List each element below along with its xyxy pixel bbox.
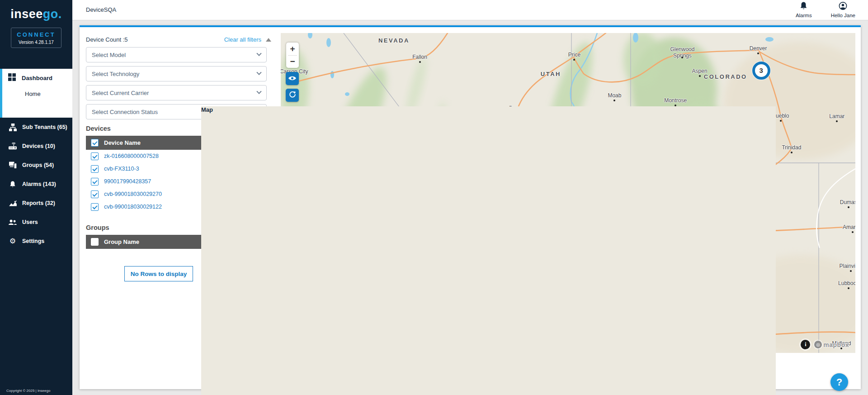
map-zoom-control: + − [286,43,299,68]
dashboard-nav-section: Dashboard Home Map [0,69,72,118]
bell-icon [799,2,808,12]
user-menu-button[interactable]: Hello Jane [831,2,855,18]
copyright-text: Copyright © 2025 | Inseego [6,389,50,393]
clear-all-filters-link[interactable]: Clear all filters [224,36,261,43]
inseego-logo: inseego. [0,7,72,21]
user-label: Hello Jane [831,13,855,18]
sidebar-item-label: Alarms (143) [22,181,56,187]
sidebar-nav: Sub Tenants (65)Devices (10)Groups (54)A… [0,118,72,251]
collapse-filters-icon[interactable] [266,38,271,42]
sidebar-item-label: Settings [22,238,44,244]
alarms-label: Alarms [796,13,812,18]
sidebar-item-alarms[interactable]: Alarms (143) [0,175,72,194]
select-current-carrier[interactable]: Select Current Carrier [86,85,267,100]
city-dot [757,52,759,54]
router-icon [8,143,18,150]
city-dot [791,152,793,153]
attribution-info-icon[interactable]: i [801,340,810,349]
city-dot [573,59,575,61]
city-label: Fallon [412,54,427,61]
sidebar-item-label: Reports (32) [22,200,55,206]
state-label: UTAH [541,70,561,77]
top-bar: DeviceSQA Alarms Hello Jane [72,0,868,20]
sidebar-item-home[interactable]: Home [25,90,41,97]
select-placeholder: Select Technology [92,71,139,77]
gear-icon: ⚙ [8,238,18,245]
sidebar-item-label: Groups (54) [22,162,54,168]
device-checkbox[interactable] [91,152,99,160]
sidebar-item-settings[interactable]: ⚙Settings [0,232,72,251]
device-name-link[interactable]: cvb-990018030029270 [104,191,162,197]
eye-icon [288,75,297,83]
sidebar-item-map[interactable]: Map [201,106,776,395]
device-checkbox[interactable] [91,178,99,186]
city-label: Denver [750,46,767,52]
alarms-button[interactable]: Alarms [796,2,812,18]
chevron-down-icon [256,70,261,75]
city-label: Aspen [692,68,708,75]
sidebar: inseego. CONNECT Version 4.28.1.17 Dashb… [0,0,72,395]
city-dot [836,120,838,122]
city-label: Trinidad [782,145,801,151]
select-model[interactable]: Select Model [86,47,267,62]
device-checkbox[interactable] [91,190,99,198]
connect-label: CONNECT [13,31,59,38]
city-label: Dumas [840,200,855,206]
sidebar-item-dashboard[interactable]: Dashboard [8,73,52,82]
select-placeholder: Select Current Carrier [92,90,149,96]
city-dot [613,100,615,101]
mapbox-logo[interactable]: ◎ mapbox [814,341,849,348]
sidebar-item-devices[interactable]: Devices (10) [0,137,72,156]
tenant-name: DeviceSQA [86,6,116,13]
card-accent-line [80,25,861,27]
city-dot [780,120,782,122]
user-avatar-icon [839,2,847,12]
zoom-in-button[interactable]: + [286,43,299,55]
device-name-link[interactable]: 990017990428357 [104,178,151,185]
chevron-down-icon [256,51,261,56]
refresh-icon [289,91,296,100]
device-name-column-header: Device Name [104,139,141,146]
dashboard-grid-icon [8,73,16,82]
chevron-down-icon [256,89,261,94]
device-name-link[interactable]: cvb-990018030029122 [104,204,162,210]
device-checkbox[interactable] [91,203,99,211]
state-label: COLORADO [704,73,747,80]
city-dot [852,231,854,233]
marker-cluster[interactable]: 3 [752,62,770,80]
sidebar-item-sub-tenants[interactable]: Sub Tenants (65) [0,118,72,137]
city-dot [848,206,849,208]
map-attribution: i ◎ mapbox [801,340,849,349]
devices-group-icon [8,162,18,169]
group-name-column-header: Group Name [104,238,139,245]
sidebar-item-label: Sub Tenants (65) [22,124,67,130]
select-technology[interactable]: Select Technology [86,66,267,81]
city-label: Price [568,52,580,58]
select-placeholder: Select Connection Status [92,109,158,115]
select-all-devices-checkbox[interactable] [91,139,99,147]
toggle-visibility-button[interactable] [286,72,299,85]
device-name-link[interactable]: zk-016608000007528 [104,153,159,159]
city-label: Plainview [839,263,855,270]
dashboard-label: Dashboard [22,75,52,81]
sidebar-item-users[interactable]: Users [0,213,72,232]
mapbox-pin-icon: ◎ [814,341,822,348]
sidebar-item-reports[interactable]: Reports (32) [0,194,72,213]
sidebar-item-groups[interactable]: Groups (54) [0,156,72,175]
city-dot [699,75,701,77]
help-button[interactable]: ? [830,373,848,391]
zoom-out-button[interactable]: − [286,55,299,68]
version-label: Version 4.28.1.17 [13,40,59,45]
device-name-link[interactable]: cvb-FX3110-3 [104,166,139,172]
select-placeholder: Select Model [92,52,126,58]
no-rows-message: No Rows to display [124,266,193,281]
connect-version-badge: CONNECT Version 4.28.1.17 [11,28,61,48]
select-all-groups-checkbox[interactable] [91,238,99,246]
chart-icon [8,200,18,206]
users-icon [8,219,18,225]
city-dot [419,61,421,63]
device-checkbox[interactable] [91,165,99,173]
bell-icon [8,181,18,188]
refresh-map-button[interactable] [286,89,299,102]
city-dot [848,287,849,289]
